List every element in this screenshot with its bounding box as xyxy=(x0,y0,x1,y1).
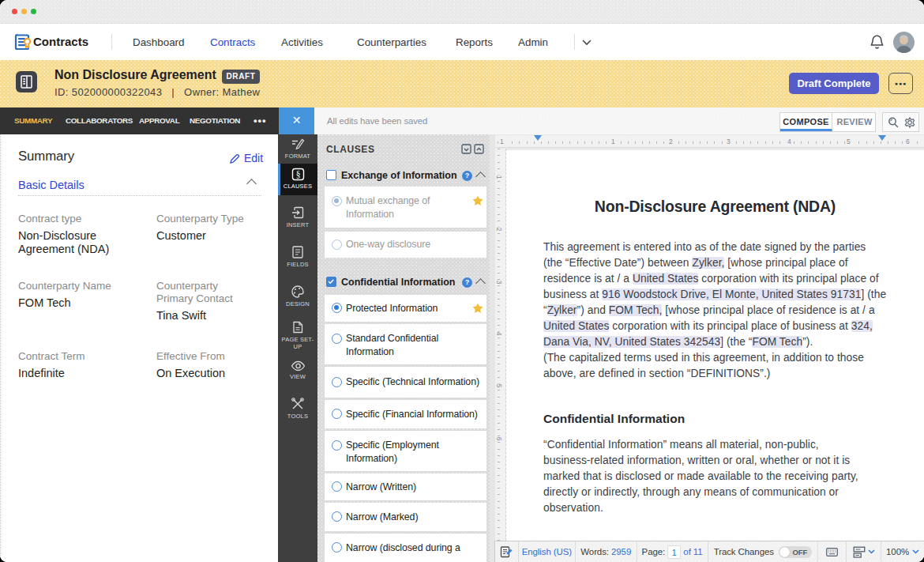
svg-text:§: § xyxy=(295,170,300,179)
